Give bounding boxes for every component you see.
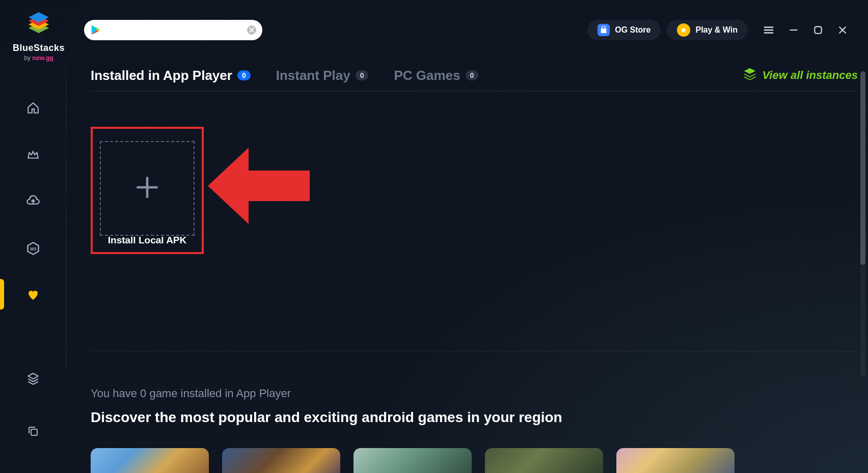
sidebar-crown[interactable]: [22, 144, 44, 166]
scrollbar-thumb[interactable]: [860, 71, 865, 265]
layers-icon: [742, 66, 757, 85]
game-card[interactable]: [616, 448, 735, 473]
logo-byline: by now.gg: [24, 54, 53, 62]
apk-dropzone[interactable]: [100, 141, 195, 236]
tab-pc-games[interactable]: PC Games 0: [394, 68, 478, 84]
close-icon[interactable]: [837, 25, 848, 35]
logo-area: BlueStacks by now.gg: [13, 10, 65, 62]
minimize-icon[interactable]: [789, 25, 799, 35]
shopping-bag-icon: [598, 24, 610, 36]
tabs-row: Installed in App Player 0 Instant Play 0…: [91, 66, 858, 91]
og-store-label: OG Store: [615, 25, 650, 35]
game-card[interactable]: [91, 448, 209, 473]
discover-title: Discover the most popular and exciting a…: [91, 409, 858, 426]
tab-badge: 0: [237, 70, 251, 80]
highlight-arrow-icon: [203, 143, 315, 231]
window-controls: [763, 24, 848, 36]
install-local-apk-card[interactable]: Install Local APK: [91, 127, 204, 254]
sidebar-divider: [66, 66, 66, 371]
sidebar-cloud[interactable]: [22, 190, 44, 213]
scrollbar[interactable]: [860, 71, 865, 377]
svg-rect-2: [31, 429, 37, 435]
tab-instant-play[interactable]: Instant Play 0: [276, 68, 369, 84]
search-clear-icon[interactable]: [247, 25, 256, 35]
svg-rect-0: [815, 26, 821, 33]
bluestacks-logo-icon: [23, 10, 54, 41]
svg-text:W3: W3: [30, 247, 37, 252]
game-card[interactable]: [485, 448, 603, 473]
plus-icon: [133, 173, 161, 204]
logo-text: BlueStacks: [13, 43, 65, 53]
sidebar-copy[interactable]: [22, 420, 44, 442]
google-play-icon: [90, 24, 101, 36]
active-indicator: [0, 279, 4, 310]
main-content: Installed in App Player 0 Instant Play 0…: [91, 66, 858, 473]
tab-installed-app-player[interactable]: Installed in App Player 0: [91, 68, 251, 84]
tab-badge: 0: [466, 70, 479, 80]
view-all-instances-link[interactable]: View all instances: [742, 66, 858, 85]
og-store-button[interactable]: OG Store: [587, 20, 661, 40]
sidebar-layers[interactable]: [22, 367, 44, 389]
sidebar-w3[interactable]: W3: [22, 237, 44, 260]
install-apk-label: Install Local APK: [108, 235, 187, 246]
game-card[interactable]: [222, 448, 340, 473]
search-input[interactable]: [101, 26, 247, 34]
play-win-label: Play & Win: [695, 25, 738, 35]
game-row: [91, 448, 858, 473]
hamburger-menu-icon[interactable]: [763, 24, 774, 36]
star-icon: [677, 23, 690, 37]
game-card[interactable]: [354, 448, 472, 473]
sidebar-home[interactable]: [22, 97, 44, 119]
maximize-icon[interactable]: [813, 25, 823, 35]
tab-badge: 0: [356, 70, 369, 80]
bottom-section: You have 0 game installed in App Player …: [91, 351, 858, 473]
sidebar-bottom: [0, 367, 66, 442]
sidebar-favorites[interactable]: [22, 284, 44, 307]
search-bar[interactable]: [84, 20, 262, 40]
installed-count-text: You have 0 game installed in App Player: [91, 387, 858, 400]
play-win-button[interactable]: Play & Win: [667, 20, 748, 40]
header: OG Store Play & Win: [84, 20, 858, 40]
